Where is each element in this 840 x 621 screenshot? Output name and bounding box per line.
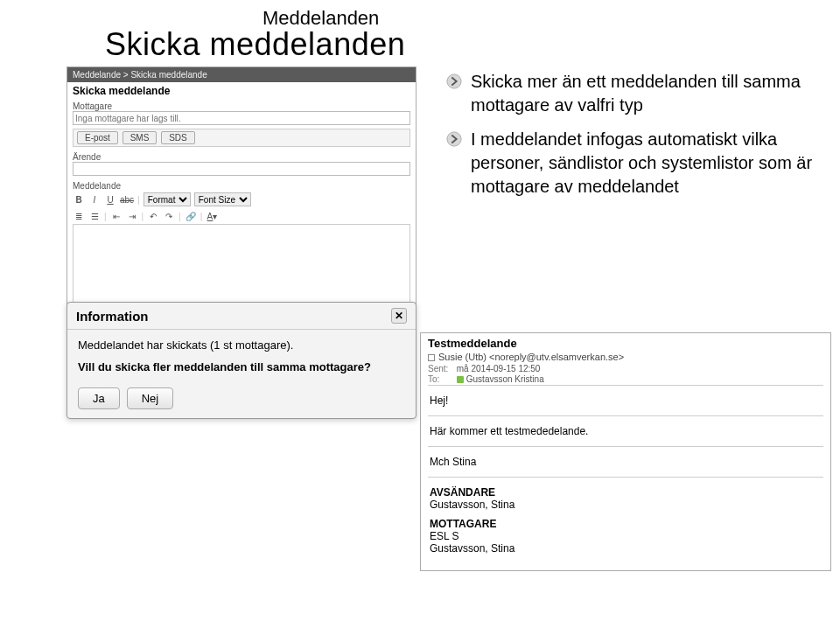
bullet-text: I meddelandet infogas automatiskt vilka … (471, 128, 814, 199)
dialog-line-1: Meddelandet har skickats (1 st mottagare… (78, 338, 405, 352)
preview-body-line: Hej! (428, 385, 823, 415)
textcolor-button[interactable]: A▾ (206, 210, 218, 222)
link-button[interactable]: 🔗 (185, 210, 197, 222)
editor-toolbar-2: ≣ ☰ | ⇤ ⇥ | ↶ ↷ | 🔗 | A▾ (67, 208, 416, 224)
yes-button[interactable]: Ja (78, 387, 120, 409)
subject-label: Ärende (67, 150, 416, 162)
preview-subject: Testmeddelande (428, 337, 823, 350)
format-select[interactable]: Format (144, 192, 191, 206)
breadcrumb: Meddelande > Skicka meddelande (67, 67, 416, 82)
svg-point-0 (447, 74, 461, 88)
page-title: Skicka meddelanden (105, 26, 405, 63)
channel-tabs: E-post SMS SDS (73, 129, 410, 147)
preview-from: Susie (Utb) <noreply@utv.elsamverkan.se> (428, 352, 823, 362)
chevron-bullet-icon (446, 73, 462, 89)
dialog-title: Information (76, 309, 149, 324)
bullet-text: Skicka mer än ett meddelanden till samma… (471, 70, 814, 117)
chevron-bullet-icon (446, 131, 462, 147)
recipients-input[interactable] (73, 111, 410, 125)
presence-icon (457, 376, 464, 383)
list-item: Skicka mer än ett meddelanden till samma… (446, 70, 814, 117)
close-button[interactable]: ✕ (391, 308, 407, 324)
list-item: I meddelandet infogas automatiskt vilka … (446, 128, 814, 199)
recipient-line: ESL S (430, 530, 822, 542)
dialog-line-2: Vill du skicka fler meddelanden till sam… (78, 360, 405, 373)
preview-recipient-section: MOTTAGARE ESL S Gustavsson, Stina (428, 513, 823, 563)
tab-epost[interactable]: E-post (77, 131, 118, 144)
svg-point-1 (447, 132, 461, 146)
strike-button[interactable]: abc (120, 193, 134, 206)
tab-sms[interactable]: SMS (122, 131, 158, 144)
checkbox-icon (428, 354, 435, 361)
undo-button[interactable]: ↶ (147, 210, 159, 222)
subject-input[interactable] (73, 162, 410, 176)
preview-sender-section: AVSÄNDARE Gustavsson, Stina (428, 477, 823, 513)
preview-to: To: Gustavsson Kristina (428, 374, 823, 384)
editor-toolbar-1: B I U abc | Format Font Size (67, 191, 416, 208)
no-button[interactable]: Nej (127, 387, 174, 409)
message-preview-panel: Testmeddelande Susie (Utb) <noreply@utv.… (420, 332, 831, 571)
preview-body-line: Här kommer ett testmededelande. (428, 415, 823, 446)
recipient-heading: MOTTAGARE (430, 518, 822, 530)
unordered-list-button[interactable]: ☰ (88, 210, 101, 222)
recipients-label: Mottagare (67, 100, 416, 111)
outdent-button[interactable]: ⇤ (110, 210, 122, 222)
info-dialog: Information ✕ Meddelandet har skickats (… (66, 302, 416, 419)
bold-button[interactable]: B (73, 193, 85, 206)
body-label: Meddelande (67, 179, 416, 191)
compose-panel: Meddelande > Skicka meddelande Skicka me… (66, 66, 416, 326)
redo-button[interactable]: ↷ (163, 210, 175, 222)
compose-heading: Skicka meddelande (67, 82, 416, 100)
preview-body-line: Mch Stina (428, 446, 823, 477)
ordered-list-button[interactable]: ≣ (73, 210, 85, 222)
underline-button[interactable]: U (104, 193, 116, 206)
bullet-list: Skicka mer än ett meddelanden till samma… (446, 70, 814, 209)
tab-sds[interactable]: SDS (161, 131, 195, 144)
fontsize-select[interactable]: Font Size (194, 192, 251, 206)
sender-name: Gustavsson, Stina (430, 499, 822, 511)
close-icon: ✕ (395, 310, 403, 322)
preview-sent: Sent: må 2014-09-15 12:50 (428, 364, 823, 373)
indent-button[interactable]: ⇥ (126, 210, 138, 222)
italic-button[interactable]: I (88, 193, 101, 206)
sender-heading: AVSÄNDARE (430, 486, 822, 499)
recipient-line: Gustavsson, Stina (430, 542, 822, 555)
